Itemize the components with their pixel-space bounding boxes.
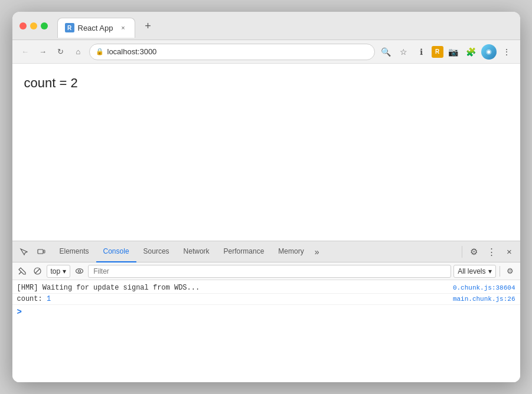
tab-favicon: R: [65, 23, 74, 32]
tab-close-button[interactable]: ×: [119, 24, 128, 32]
url-text: localhost:3000: [107, 47, 157, 56]
levels-label: All levels: [458, 267, 485, 275]
count-value: 1: [47, 295, 51, 303]
bookmark-star-icon[interactable]: ☆: [396, 44, 412, 60]
svg-line-3: [19, 272, 21, 274]
console-line-hmr-text: [HMR] Waiting for update signal from WDS…: [17, 284, 448, 292]
info-icon[interactable]: ℹ: [414, 44, 429, 60]
address-bar: ← → ↻ ⌂ 🔒 localhost:3000 🔍 ☆ ℹ R 📷 🧩 ◉ ⋮: [12, 40, 520, 64]
console-line-count-text: count: 1: [17, 295, 448, 303]
svg-rect-1: [44, 250, 45, 253]
extensions-puzzle-icon[interactable]: 🧩: [464, 44, 479, 60]
console-line-hmr: [HMR] Waiting for update signal from WDS…: [12, 283, 520, 294]
browser-more-icon[interactable]: ⋮: [499, 44, 514, 60]
browser-window: R React App × + ← → ↻ ⌂ 🔒 localhost:3000…: [12, 12, 520, 382]
tab-performance[interactable]: Performance: [217, 241, 272, 262]
svg-line-5: [35, 269, 40, 274]
svg-point-7: [78, 270, 80, 272]
devtools-icon-buttons: [15, 243, 50, 261]
tab-console[interactable]: Console: [96, 241, 136, 262]
devtools-panel: Elements Console Sources Network Perform…: [12, 241, 520, 382]
devtools-tab-bar: Elements Console Sources Network Perform…: [12, 241, 520, 262]
tab-elements[interactable]: Elements: [53, 241, 96, 262]
console-line-hmr-link[interactable]: 0.chunk.js:38604: [453, 284, 515, 291]
devtools-settings-area: ⚙ ⋮ ×: [459, 244, 518, 260]
console-context-label: top: [51, 267, 61, 275]
new-tab-button[interactable]: +: [140, 18, 156, 35]
levels-dropdown-icon: ▾: [488, 267, 492, 275]
svg-rect-0: [38, 249, 43, 254]
maximize-traffic-light[interactable]: [41, 22, 48, 29]
tab-title: React App: [78, 24, 113, 32]
back-button[interactable]: ←: [18, 45, 32, 59]
tab-network[interactable]: Network: [177, 241, 217, 262]
home-button[interactable]: ⌂: [71, 45, 86, 59]
profile-avatar[interactable]: ◉: [481, 44, 497, 60]
forward-button[interactable]: →: [36, 45, 50, 59]
tab-sources[interactable]: Sources: [136, 241, 177, 262]
console-toolbar: top ▾ All levels ▾ ⚙: [12, 262, 520, 280]
console-clear-button[interactable]: [16, 265, 29, 278]
extension-icon[interactable]: R: [432, 46, 443, 58]
devtools-close-button[interactable]: ×: [501, 244, 518, 260]
page-count-text: count = 2: [24, 75, 78, 90]
console-eye-button[interactable]: [73, 265, 86, 278]
console-context-selector[interactable]: top ▾: [47, 265, 71, 278]
traffic-lights: [19, 22, 48, 29]
console-filter-input[interactable]: [88, 265, 451, 278]
tab-memory[interactable]: Memory: [271, 241, 311, 262]
prompt-caret-icon: >: [17, 307, 22, 317]
lock-icon: 🔒: [96, 48, 104, 55]
camera-icon[interactable]: 📷: [446, 44, 461, 60]
console-levels-selector[interactable]: All levels ▾: [453, 265, 495, 278]
minimize-traffic-light[interactable]: [30, 22, 37, 29]
page-content-area: count = 2: [12, 64, 520, 241]
search-icon[interactable]: 🔍: [378, 44, 394, 60]
console-line-count-link[interactable]: main.chunk.js:26: [453, 296, 515, 303]
console-toolbar-separator: [500, 266, 500, 277]
devtools-settings-button[interactable]: ⚙: [466, 244, 482, 260]
svg-point-6: [76, 269, 83, 274]
console-output-area: [HMR] Waiting for update signal from WDS…: [12, 280, 520, 382]
browser-tab[interactable]: R React App ×: [57, 18, 135, 38]
console-prompt[interactable]: >: [12, 305, 520, 319]
devtools-cursor-icon[interactable]: [15, 243, 32, 261]
browser-toolbar-icons: 🔍 ☆ ℹ R 📷 🧩 ◉ ⋮: [378, 44, 514, 60]
close-traffic-light[interactable]: [19, 22, 27, 29]
devtools-device-icon[interactable]: [32, 243, 50, 261]
title-bar: R React App × +: [12, 12, 520, 40]
console-settings-button[interactable]: ⚙: [504, 265, 517, 278]
console-line-count: count: 1 main.chunk.js:26: [12, 294, 520, 305]
console-block-button[interactable]: [31, 265, 44, 278]
url-bar[interactable]: 🔒 localhost:3000: [89, 44, 375, 60]
context-dropdown-icon: ▾: [63, 267, 66, 275]
devtools-more-tabs-button[interactable]: »: [311, 247, 323, 257]
devtools-more-options-button[interactable]: ⋮: [484, 244, 500, 260]
devtools-separator: [462, 246, 462, 258]
reload-button[interactable]: ↻: [54, 45, 68, 59]
